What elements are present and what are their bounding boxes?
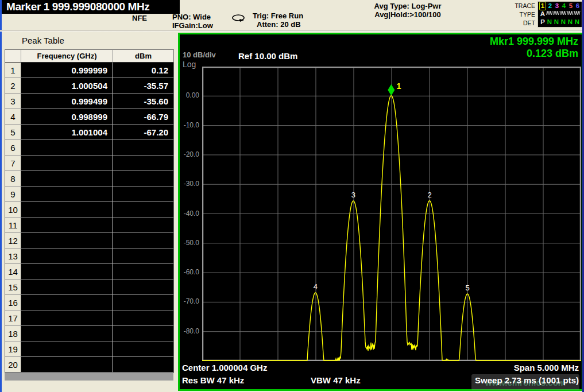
- peak-row-number: 10: [5, 202, 21, 218]
- peak-row-dbm: [113, 140, 173, 156]
- peak-row-dbm: [113, 218, 173, 233]
- peak-table-header-frequency: Frequency (GHz): [21, 50, 113, 63]
- peak-row-frequency: [21, 156, 113, 171]
- peak-row-dbm: [113, 311, 173, 326]
- peak-label-3: 3: [351, 191, 355, 199]
- trace-type-row: A: [538, 10, 582, 18]
- peak-row-number: 8: [5, 171, 21, 187]
- trace-register-labels: TRACE TYPE DET: [486, 2, 535, 28]
- spectrum-display-panel: Mkr1 999.999 MHz 0.123 dBm 10 dB/div Log…: [178, 33, 583, 391]
- peak-row-number: 9: [5, 187, 21, 202]
- peak-row-frequency: 0.999999: [21, 63, 113, 78]
- trace-number-4[interactable]: 4: [560, 2, 567, 10]
- scale-type-label: Log: [183, 60, 196, 69]
- trace-type-1: A: [539, 10, 546, 18]
- active-marker-title: Marker 1 999.999080000 MHz: [2, 0, 180, 14]
- peak-row-number: 6: [5, 140, 21, 156]
- pno-ifgain-annotation[interactable]: PNO: Wide IFGain:Low: [172, 13, 213, 30]
- marker-1-diamond: [388, 84, 395, 96]
- peak-row-number: 3: [5, 94, 21, 109]
- peak-row-frequency: [21, 233, 113, 249]
- span-label[interactable]: Span 5.000 MHz: [514, 363, 579, 372]
- y-axis-tick-label: -40.0: [180, 209, 199, 218]
- trace-number-5[interactable]: 5: [567, 2, 574, 10]
- peak-row-dbm: [113, 357, 173, 372]
- y-axis-tick-label: -70.0: [180, 297, 199, 305]
- trace-number-2[interactable]: 2: [547, 2, 554, 10]
- trace-det-1: P: [539, 18, 546, 26]
- peak-label-4: 4: [314, 282, 318, 291]
- continuous-sweep-icon[interactable]: [231, 14, 246, 25]
- peak-row-number: 12: [5, 233, 21, 249]
- peak-row-number: 14: [5, 264, 21, 280]
- spectrum-plot[interactable]: 23451: [202, 67, 581, 361]
- peak-row-dbm: [113, 233, 173, 249]
- peak-row-number: 4: [5, 109, 21, 125]
- ref-level-label[interactable]: Ref 10.00 dBm: [238, 51, 297, 61]
- peak-row-frequency: 0.998999: [21, 109, 113, 125]
- trace-det-5: N: [567, 18, 574, 26]
- peak-row-frequency: [21, 249, 113, 264]
- y-axis-tick-label: -50.0: [180, 239, 199, 247]
- trace-type-waveform-icon: [546, 10, 553, 16]
- peak-table-scrollbar[interactable]: [5, 373, 173, 381]
- trace-type-3: [553, 10, 560, 18]
- peak-table-title: Peak Table: [22, 36, 64, 45]
- peak-row-number: 20: [5, 357, 21, 372]
- peak-row-number: 5: [5, 125, 21, 140]
- trace-det-row: PNNNNN: [538, 18, 582, 26]
- center-frequency-label[interactable]: Center 1.000004 GHz: [182, 363, 267, 372]
- peak-row-frequency: [21, 341, 113, 357]
- y-axis-tick-label: -20.0: [180, 150, 199, 158]
- y-axis-tick-label: -60.0: [180, 268, 199, 276]
- peak-row-dbm: [113, 249, 173, 264]
- peak-row-number: 11: [5, 218, 21, 233]
- avg-hold-label: Avg|Hold:>100/100: [361, 10, 455, 19]
- y-axis-tick-label: -10.0: [180, 121, 199, 129]
- peak-row-dbm: -67.20: [113, 125, 173, 140]
- trace-number-3[interactable]: 3: [554, 2, 560, 10]
- trace-row-label: TRACE: [486, 2, 535, 10]
- trace-type-4: [560, 10, 567, 18]
- trace-register[interactable]: 123456 A PNNNNN: [537, 1, 582, 28]
- peak-row-dbm: [113, 156, 173, 171]
- peak-row-dbm: [113, 326, 173, 341]
- trace-type-waveform-icon: [560, 10, 567, 16]
- trace-number-1[interactable]: 1: [539, 2, 546, 10]
- pno-label: PNO: Wide: [172, 13, 213, 21]
- peak-label-2: 2: [427, 191, 431, 199]
- peak-row-number: 2: [5, 78, 21, 94]
- peak-row-frequency: [21, 311, 113, 326]
- scale-per-div-label[interactable]: 10 dB/div: [183, 51, 216, 59]
- trigger-atten-annotation[interactable]: Trig: Free Run Atten: 20 dB: [253, 11, 303, 29]
- active-marker-title-text: Marker 1 999.999080000 MHz: [6, 1, 149, 13]
- trace-type-waveform-icon: [567, 10, 574, 16]
- peak-row-frequency: [21, 187, 113, 202]
- trace-det-6: N: [574, 18, 581, 26]
- marker-1-label: 1: [396, 81, 401, 91]
- peak-row-frequency: 0.999499: [21, 94, 113, 109]
- peak-row-number: 7: [5, 156, 21, 171]
- peak-row-dbm: [113, 202, 173, 218]
- average-annotation[interactable]: Avg Type: Log-Pwr Avg|Hold:>100/100: [361, 2, 455, 19]
- plot-area[interactable]: 23451: [202, 67, 581, 361]
- peak-row-frequency: [21, 202, 113, 218]
- peak-table-grid: Frequency (GHz)dBm10.9999990.1221.000504…: [5, 49, 174, 373]
- atten-label: Atten: 20 dB: [253, 20, 303, 29]
- peak-row-number: 15: [5, 280, 21, 295]
- peak-row-number: 19: [5, 341, 21, 357]
- vbw-label[interactable]: VBW 47 kHz: [311, 375, 361, 385]
- rbw-label[interactable]: Res BW 47 kHz: [182, 375, 244, 385]
- sweep-label[interactable]: Sweep 2.73 ms (1001 pts): [475, 375, 579, 385]
- trace-det-3: N: [553, 18, 560, 26]
- trace-number-6[interactable]: 6: [574, 2, 581, 10]
- nfe-annotation[interactable]: NFE: [132, 14, 147, 22]
- trace-type-6: [574, 10, 581, 18]
- peak-row-number: 17: [5, 311, 21, 326]
- peak-row-frequency: [21, 357, 113, 372]
- marker-readout-frequency: Mkr1 999.999 MHz: [490, 36, 578, 48]
- trace-type-waveform-icon: [553, 10, 560, 16]
- y-axis-tick-label: -80.0: [180, 327, 199, 335]
- peak-row-dbm: [113, 295, 173, 311]
- type-row-label: TYPE: [486, 10, 535, 19]
